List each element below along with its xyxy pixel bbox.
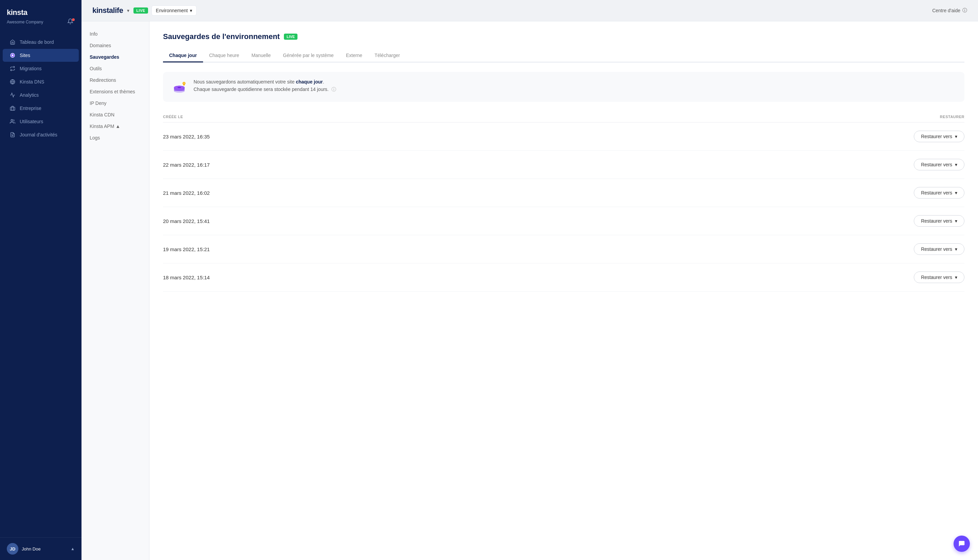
- sidebar-item-label: Sites: [20, 53, 30, 58]
- chat-button[interactable]: [953, 535, 970, 552]
- col-action-header: RESTAURER: [940, 115, 965, 119]
- sub-nav-domaines[interactable]: Domaines: [82, 40, 149, 51]
- backup-date: 23 mars 2022, 16:35: [163, 134, 210, 140]
- table-row: 18 mars 2022, 15:14 Restaurer vers ▾: [163, 263, 965, 292]
- user-footer[interactable]: JD John Doe ▲: [0, 537, 82, 560]
- restore-label: Restaurer vers: [921, 134, 952, 139]
- help-label: Centre d'aide: [932, 8, 960, 13]
- user-name: John Doe: [22, 547, 67, 552]
- restore-chevron-icon: ▾: [955, 247, 957, 252]
- sub-nav-sauvegardes[interactable]: Sauvegardes: [82, 51, 149, 63]
- info-bold: chaque jour: [296, 79, 323, 85]
- restore-label: Restaurer vers: [921, 247, 952, 252]
- restore-button-1[interactable]: Restaurer vers ▾: [914, 159, 965, 170]
- content-wrapper: Info Domaines Sauvegardes Outils Redirec…: [82, 22, 978, 560]
- info-text-3: Chaque sauvegarde quotidienne sera stock…: [194, 87, 329, 92]
- sidebar-item-analytics[interactable]: Analytics: [3, 88, 79, 102]
- site-name: kinstalife: [92, 6, 123, 15]
- tab-manuelle[interactable]: Manuelle: [245, 49, 277, 62]
- sidebar-item-kinsta-dns[interactable]: Kinsta DNS: [3, 75, 79, 88]
- restore-button-0[interactable]: Restaurer vers ▾: [914, 131, 965, 142]
- sidebar-item-label: Entreprise: [20, 105, 42, 111]
- sidebar-item-migrations[interactable]: Migrations: [3, 62, 79, 75]
- col-date-header: CRÉÉE LE: [163, 115, 183, 119]
- svg-point-1: [12, 54, 13, 56]
- backup-icon: [170, 78, 188, 96]
- sidebar-item-label: Kinsta DNS: [20, 79, 44, 85]
- migrations-icon: [10, 65, 16, 72]
- restore-button-2[interactable]: Restaurer vers ▾: [914, 187, 965, 198]
- environment-selector[interactable]: Environnement ▾: [152, 5, 197, 16]
- tab-telecharger[interactable]: Télécharger: [369, 49, 406, 62]
- site-dropdown-button[interactable]: ▾: [126, 7, 130, 14]
- sidebar-item-tableau-de-bord[interactable]: Tableau de bord: [3, 36, 79, 48]
- main-area: kinstalife ▾ LIVE Environnement ▾ Centre…: [82, 0, 978, 560]
- info-text: Nous sauvegardons automatiquement votre …: [194, 78, 336, 93]
- sub-nav-kinsta-apm[interactable]: Kinsta APM ▲: [82, 120, 149, 132]
- tab-externe[interactable]: Externe: [340, 49, 369, 62]
- backup-date: 19 mars 2022, 15:21: [163, 247, 210, 252]
- restore-label: Restaurer vers: [921, 162, 952, 167]
- table-row: 21 mars 2022, 16:02 Restaurer vers ▾: [163, 179, 965, 207]
- sub-nav-logs[interactable]: Logs: [82, 132, 149, 143]
- company-name: Awesome Company: [7, 20, 43, 25]
- sidebar-item-label: Tableau de bord: [20, 39, 53, 45]
- restore-button-4[interactable]: Restaurer vers ▾: [914, 243, 965, 255]
- info-banner: Nous sauvegardons automatiquement votre …: [163, 72, 965, 102]
- table-row: 23 mars 2022, 16:35 Restaurer vers ▾: [163, 123, 965, 151]
- tab-generee-systeme[interactable]: Générée par le système: [277, 49, 340, 62]
- analytics-icon: [10, 92, 16, 98]
- page-header: Sauvegardes de l'environnement LIVE: [163, 32, 965, 41]
- svg-rect-4: [10, 107, 15, 110]
- sidebar-item-journal[interactable]: Journal d'activités: [3, 128, 79, 141]
- journal-icon: [10, 132, 16, 138]
- topbar-left: kinstalife ▾ LIVE Environnement ▾: [92, 5, 197, 16]
- sidebar-item-label: Utilisateurs: [20, 119, 43, 124]
- sites-icon: [10, 52, 16, 58]
- sidebar-item-entreprise[interactable]: Entreprise: [3, 102, 79, 115]
- topbar: kinstalife ▾ LIVE Environnement ▾ Centre…: [82, 0, 978, 22]
- notification-button[interactable]: [67, 18, 75, 26]
- sub-nav-extensions[interactable]: Extensions et thèmes: [82, 86, 149, 97]
- help-link[interactable]: Centre d'aide ⓘ: [932, 7, 967, 13]
- svg-rect-17: [184, 83, 184, 86]
- tab-chaque-heure[interactable]: Chaque heure: [203, 49, 245, 62]
- sidebar-item-utilisateurs[interactable]: Utilisateurs: [3, 115, 79, 128]
- restore-label: Restaurer vers: [921, 190, 952, 195]
- table-row: 20 mars 2022, 15:41 Restaurer vers ▾: [163, 207, 965, 235]
- backup-date: 21 mars 2022, 16:02: [163, 190, 210, 196]
- restore-button-3[interactable]: Restaurer vers ▾: [914, 215, 965, 227]
- sub-nav-kinsta-cdn[interactable]: Kinsta CDN: [82, 109, 149, 120]
- svg-point-5: [11, 120, 13, 121]
- avatar: JD: [7, 543, 18, 555]
- page-live-badge: LIVE: [284, 33, 297, 40]
- sub-nav-redirections[interactable]: Redirections: [82, 74, 149, 86]
- sidebar-item-label: Journal d'activités: [20, 132, 57, 137]
- help-icon: ⓘ: [962, 7, 967, 13]
- sub-sidebar: Info Domaines Sauvegardes Outils Redirec…: [82, 22, 149, 560]
- page-title: Sauvegardes de l'environnement: [163, 32, 280, 41]
- sidebar-item-sites[interactable]: Sites: [3, 49, 79, 62]
- svg-point-14: [178, 87, 181, 88]
- table-header: CRÉÉE LE RESTAURER: [163, 111, 965, 123]
- home-icon: [10, 39, 16, 45]
- main-nav: Tableau de bord Sites Migrations Kinsta …: [0, 28, 82, 537]
- sub-nav-ip-deny[interactable]: IP Deny: [82, 97, 149, 109]
- logo: kinsta: [7, 8, 75, 17]
- info-text-2: .: [323, 79, 324, 85]
- env-label: Environnement: [156, 8, 188, 13]
- backup-date: 18 mars 2022, 15:14: [163, 275, 210, 280]
- restore-chevron-icon: ▾: [955, 190, 957, 195]
- restore-label: Restaurer vers: [921, 218, 952, 224]
- page-content: Sauvegardes de l'environnement LIVE Chaq…: [149, 22, 978, 560]
- svg-rect-12: [174, 89, 184, 91]
- sidebar-item-label: Analytics: [20, 92, 39, 98]
- sidebar-item-label: Migrations: [20, 66, 42, 71]
- sub-nav-outils[interactable]: Outils: [82, 63, 149, 74]
- restore-button-5[interactable]: Restaurer vers ▾: [914, 272, 965, 283]
- logo-area: kinsta Awesome Company: [0, 0, 82, 28]
- sub-nav-info[interactable]: Info: [82, 28, 149, 40]
- sidebar: kinsta Awesome Company Tableau de bord: [0, 0, 82, 560]
- table-row: 22 mars 2022, 16:17 Restaurer vers ▾: [163, 151, 965, 179]
- tab-chaque-jour[interactable]: Chaque jour: [163, 49, 203, 62]
